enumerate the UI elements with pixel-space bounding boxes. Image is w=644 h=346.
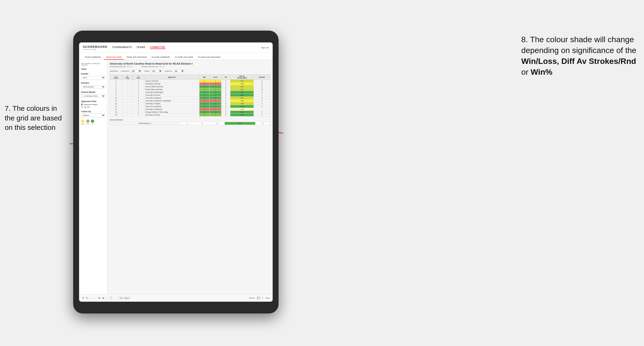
back-button[interactable]: ‹ (90, 297, 91, 300)
toolbar-divider-2 (107, 296, 107, 300)
cell-rounds: 8 (254, 82, 270, 85)
cell-conf: 1 (132, 80, 144, 82)
legend-up-label: Up (92, 123, 94, 125)
nav-tournaments[interactable]: TOURNAMENTS (112, 46, 132, 49)
forward-button[interactable]: › (93, 297, 94, 300)
cell-rounds: 9 (254, 80, 270, 82)
annotation-left: 7. The colours in the grid are based on … (5, 104, 67, 133)
nav-committee[interactable]: COMMITTEE (150, 46, 166, 49)
sidebar-colour-by-label: Colour by (81, 110, 105, 113)
share-button[interactable]: Share (265, 297, 270, 299)
legend-down-dot (81, 120, 84, 123)
sub-nav: TEAM SUMMARY TEAM H2H GRID TEAM H2H HEAT… (79, 53, 273, 60)
tab-team-h2h-grid[interactable]: TEAM H2H GRID (104, 55, 124, 60)
radio-top-100[interactable]: Top 100 (81, 106, 105, 108)
cell-rounds: 9 (254, 105, 270, 108)
cell-loss: 0 (210, 97, 221, 99)
cell-rounds: 9 (254, 114, 270, 116)
clock-icon: 🕐 (109, 297, 112, 300)
cell-win: 0 (199, 99, 210, 102)
cell-reg: - (122, 85, 132, 88)
table-row: NCAA Division II 1 0 0 26.00 3 (110, 122, 270, 125)
legend-level-label: Level (86, 123, 89, 125)
table-row: 11 - 6 University of Arkansas, Fayettevi… (110, 99, 270, 102)
cell-reg: - (122, 91, 132, 94)
cell-rank: 3 (110, 82, 122, 85)
cell-loss: 0 (210, 105, 221, 108)
division-select[interactable]: NCAA Division I (81, 85, 105, 89)
legend-up: Up (91, 120, 94, 125)
comment-button[interactable]: 💬 (257, 297, 260, 300)
cell-rank: 6 (110, 88, 122, 91)
cell-diff: 2.28 (230, 85, 254, 88)
grid-title: University of North Carolina Head-to-Hea… (110, 62, 270, 65)
annotation-right-bold1: Win/Loss, (521, 57, 559, 65)
toolbar-divider-3 (115, 296, 115, 300)
region-filter-select[interactable]: (All) (150, 70, 162, 73)
cell-reg: - (122, 88, 132, 91)
copy-button[interactable]: ⧉ (98, 297, 100, 300)
table-row: 8 - 2 University of Washington 1 0 0 3.6… (110, 91, 270, 94)
table-row: 9 - 1 University of Arizona 1 0 0 9.00 2 (110, 94, 270, 97)
legend-down-label: Down (81, 123, 84, 125)
redo-button[interactable]: ↻ (86, 297, 88, 300)
col-diff: Diff AvStrokes/Rnd (230, 75, 254, 80)
view-original-button[interactable]: View: Original (118, 297, 131, 300)
watch-button[interactable]: Watch ▾ (249, 297, 255, 299)
share-icon[interactable]: ⤴ (262, 297, 264, 300)
conference-filter-select[interactable]: (All) (130, 70, 142, 73)
cell-reg: - (122, 111, 132, 114)
cell-win: 3 (199, 97, 210, 99)
tab-player-h2h-grid[interactable]: PLAYER H2H GRID (173, 55, 195, 60)
cell-conf: 2 (132, 91, 144, 94)
cell-reg: - (122, 82, 132, 85)
ood-win: 1 (180, 122, 194, 125)
opponent-filter-group: Opponent (All) (165, 70, 185, 73)
nav-teams[interactable]: TEAMS (136, 46, 146, 49)
tab-player-summary[interactable]: PLAYER SUMMARY (150, 55, 172, 60)
cell-rank: 4 (110, 85, 122, 88)
cell-reg: - (122, 99, 132, 102)
cell-opponent: Georgia Institute of Technology (144, 111, 199, 114)
table-row: 14 - 1 University of Oklahoma 0 1 0 -1.0… (110, 108, 270, 111)
annotation-right-bold4: Win% (531, 67, 552, 76)
sidebar: Last Updated: 27/03/2024 16:55:38 Team G… (79, 60, 108, 294)
cell-rounds (254, 108, 270, 111)
cell-tie: 0 (222, 102, 230, 105)
annotation-right-bold3: or (521, 67, 528, 76)
sidebar-division-section: Division NCAA Division I (81, 82, 105, 89)
radio-opponents-played[interactable]: Opponents Played (81, 103, 105, 105)
table-row: 4 - 1 Arizona State University 5 1 0 2.2… (110, 85, 270, 88)
radio-label-top100: Top 100 (84, 106, 90, 108)
annotation-right-bold2: Diff Av Strokes/Rnd (562, 57, 636, 65)
cell-rounds: 3 (254, 102, 270, 105)
cell-tie: 0 (222, 82, 230, 85)
sign-out-button[interactable]: Sign out (258, 46, 269, 49)
sidebar-school-section: School (Rank) 1. University of Nort... (81, 91, 105, 98)
cell-opponent: University of Oklahoma (144, 108, 199, 111)
tablet-screen: SCOREBOARD Powered by clippd TOURNAMENTS… (79, 42, 273, 302)
cell-diff: -2.29 (230, 82, 254, 85)
main-content: Last Updated: 27/03/2024 16:55:38 Team G… (79, 60, 273, 294)
radio-label-opponents: Opponents Played (84, 104, 98, 105)
opponent-view-radio-group: Opponents Played Top 100 (81, 103, 105, 108)
school-select[interactable]: 1. University of Nort... (81, 94, 105, 98)
undo-button[interactable]: ↺ (82, 297, 84, 300)
cell-diff: 2.61 (230, 97, 254, 99)
cell-opponent: University of Arizona (144, 94, 199, 97)
cell-rank: 11 (110, 99, 122, 102)
cell-win: 1 (199, 91, 210, 94)
ood-diff: 26.00 (224, 122, 255, 125)
cell-conf: 2 (132, 88, 144, 91)
tab-team-summary[interactable]: TEAM SUMMARY (83, 55, 103, 60)
opponent-filter-select[interactable]: (All) (173, 70, 184, 73)
sidebar-opponent-view-section: Opponent View Opponents Played Top 100 (81, 100, 105, 108)
gender-select[interactable]: Men's (81, 76, 105, 79)
cell-conf: 7 (132, 114, 144, 116)
annotation-right-text: 8. The colour shade will change dependin… (521, 34, 637, 78)
cell-opponent: Vanderbilt University (144, 82, 199, 85)
colour-by-select[interactable]: Win/loss (81, 114, 105, 117)
tab-team-h2h-heatmap[interactable]: TEAM H2H HEATMAP (125, 55, 149, 60)
paste-button[interactable]: ⊕ (102, 297, 104, 300)
tab-player-h2h-heatmap[interactable]: PLAYER H2H HEATMAP (196, 55, 222, 60)
